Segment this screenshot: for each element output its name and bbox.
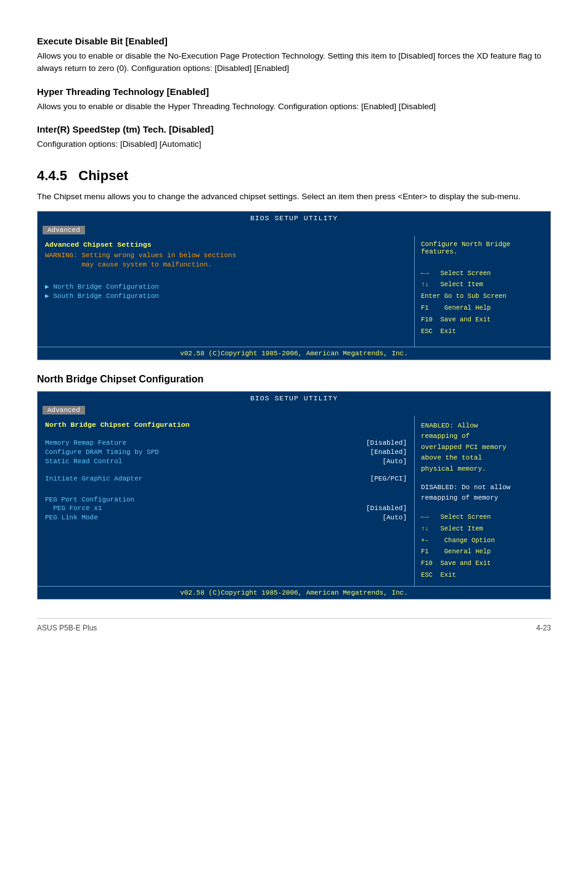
bios-menu-north-bridge[interactable]: North Bridge Configuration: [45, 283, 407, 291]
bios-row-graphic-adapter: Initiate Graphic Adapter [PEG/PCI]: [45, 475, 407, 482]
chipset-section: 4.4.5 Chipset The Chipset menu allows yo…: [37, 168, 551, 360]
north-bridge-section: North Bridge Chipset Configuration BIOS …: [37, 374, 551, 600]
bios-tab-bar-1: Advanced: [38, 225, 550, 236]
bios-label-dram-timing: Configure DRAM Timing by SPD: [45, 448, 351, 456]
speedstep-body: Configuration options: [Disabled] [Autom…: [37, 138, 551, 151]
bios-left-1: Advanced Chipset Settings WARNING: Setti…: [38, 236, 415, 347]
bios-value-dram-timing: [Enabled]: [351, 448, 407, 456]
footer-left: ASUS P5B-E Plus: [37, 624, 97, 632]
bios-label-static-read: Static Read Control: [45, 458, 351, 465]
bios-right-text-enabled: ENABLED: Allow remapping of overlapped P…: [421, 421, 544, 475]
bios-label-graphic-adapter: Initiate Graphic Adapter: [45, 475, 351, 482]
bios-right-text-disabled: DISABLED: Do not allow remapping of memo…: [421, 482, 544, 504]
page-footer: ASUS P5B-E Plus 4-23: [37, 618, 551, 632]
bios-value-static-read: [Auto]: [351, 458, 407, 465]
bios-row-dram-timing: Configure DRAM Timing by SPD [Enabled]: [45, 448, 407, 456]
bios-right-text-1: Configure North Bridgefeatures.: [421, 241, 544, 255]
bios-warning-1: WARNING: Setting wrong values in below s…: [45, 251, 407, 270]
footer-right: 4-23: [536, 624, 551, 632]
bios-tab-advanced-2[interactable]: Advanced: [43, 406, 85, 415]
hyper-threading-section: Hyper Threading Technology [Enabled] All…: [37, 86, 551, 113]
bios-row-memory-remap: Memory Remap Feature [Disabled]: [45, 439, 407, 447]
bios-menu-south-bridge[interactable]: South Bridge Configuration: [45, 292, 407, 300]
bios-label-peg-force: PEG Force x1: [45, 505, 351, 512]
hyper-threading-body: Allows you to enable or disable the Hype…: [37, 101, 551, 113]
bios-footer-2: v02.58 (C)Copyright 1985-2006, American …: [38, 586, 550, 599]
bios-value-peg-force: [Disabled]: [351, 505, 407, 512]
bios-header-1: BIOS SETUP UTILITY: [38, 212, 550, 225]
bios-footer-1: v02.58 (C)Copyright 1985-2006, American …: [38, 347, 550, 360]
bios-value-graphic-adapter: [PEG/PCI]: [351, 475, 407, 482]
bios-row-peg-force: PEG Force x1 [Disabled]: [45, 505, 407, 512]
bios-tab-advanced-1[interactable]: Advanced: [43, 226, 85, 234]
bios-value-peg-link: [Auto]: [351, 514, 407, 521]
bios-row-peg-link: PEG Link Mode [Auto]: [45, 514, 407, 521]
bios-left-title-1: Advanced Chipset Settings: [45, 241, 407, 249]
bios-keys-1: ←→ Select Screen ↑↓ Select Item Enter Go…: [421, 268, 544, 337]
bios-right-nb: ENABLED: Allow remapping of overlapped P…: [415, 416, 550, 587]
execute-disable-section: Execute Disable Bit [Enabled] Allows you…: [37, 36, 551, 75]
bios-peg-port-config: PEG Port Configuration: [45, 496, 407, 503]
execute-disable-body: Allows you to enable or disable the No-E…: [37, 50, 551, 75]
speedstep-title: Inter(R) SpeedStep (tm) Tech. [Disabled]: [37, 124, 551, 134]
hyper-threading-title: Hyper Threading Technology [Enabled]: [37, 86, 551, 97]
chipset-chapter-title: 4.4.5 Chipset: [37, 168, 551, 184]
speedstep-section: Inter(R) SpeedStep (tm) Tech. [Disabled]…: [37, 124, 551, 151]
bios-header-2: BIOS SETUP UTILITY: [38, 392, 550, 405]
bios-left-title-nb: North Bridge Chipset Configuration: [45, 421, 407, 429]
bios-value-memory-remap: [Disabled]: [351, 439, 407, 447]
north-bridge-title: North Bridge Chipset Configuration: [37, 374, 551, 385]
bios-box-chipset: BIOS SETUP UTILITY Advanced Advanced Chi…: [37, 211, 551, 360]
bios-tab-bar-2: Advanced: [38, 405, 550, 416]
bios-row-static-read: Static Read Control [Auto]: [45, 458, 407, 465]
bios-keys-nb: ←→ Select Screen ↑↓ Select Item +- Chang…: [421, 511, 544, 581]
bios-right-1: Configure North Bridgefeatures. ←→ Selec…: [415, 236, 550, 347]
bios-label-peg-link: PEG Link Mode: [45, 514, 351, 521]
bios-content-1: Advanced Chipset Settings WARNING: Setti…: [38, 236, 550, 347]
bios-left-nb: North Bridge Chipset Configuration Memor…: [38, 416, 415, 587]
bios-label-memory-remap: Memory Remap Feature: [45, 439, 351, 447]
bios-box-north-bridge: BIOS SETUP UTILITY Advanced North Bridge…: [37, 391, 551, 600]
execute-disable-title: Execute Disable Bit [Enabled]: [37, 36, 551, 46]
chipset-intro: The Chipset menu allows you to change th…: [37, 190, 551, 204]
bios-content-2: North Bridge Chipset Configuration Memor…: [38, 416, 550, 587]
